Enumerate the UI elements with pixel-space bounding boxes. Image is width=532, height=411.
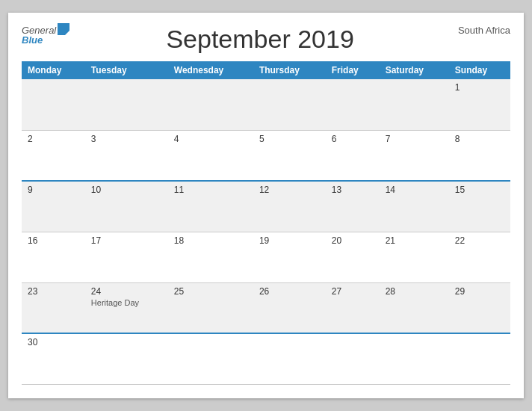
- calendar-cell: [449, 333, 510, 384]
- day-number: 4: [174, 134, 247, 144]
- week-row-5: 30: [22, 333, 510, 384]
- day-number: 25: [174, 286, 247, 297]
- day-number: 11: [174, 185, 247, 195]
- calendar-cell: [22, 79, 85, 130]
- day-number: 13: [332, 185, 374, 195]
- calendar: General Blue September 2019 South Africa…: [8, 13, 524, 398]
- day-number: 16: [28, 235, 79, 246]
- calendar-cell: [253, 79, 326, 130]
- week-row-4: 2324Heritage Day2526272829: [22, 282, 510, 333]
- country-label: South Africa: [451, 25, 510, 36]
- day-number: 10: [91, 185, 162, 195]
- header-friday: Friday: [326, 61, 380, 79]
- week-row-0: 1: [22, 79, 510, 130]
- calendar-cell: 25: [168, 282, 253, 333]
- day-number: 5: [259, 134, 320, 144]
- calendar-cell: [380, 79, 449, 130]
- week-row-1: 2345678: [22, 130, 510, 181]
- calendar-cell: 24Heritage Day: [85, 282, 168, 333]
- week-row-2: 9101112131415: [22, 181, 510, 232]
- day-number: 17: [91, 235, 162, 246]
- calendar-cell: 28: [380, 282, 449, 333]
- calendar-cell: [326, 79, 380, 130]
- calendar-cell: 13: [326, 181, 380, 232]
- calendar-cell: [85, 333, 168, 384]
- calendar-cell: 27: [326, 282, 380, 333]
- calendar-title: September 2019: [69, 25, 451, 54]
- header-wednesday: Wednesday: [168, 61, 253, 79]
- header-monday: Monday: [22, 61, 85, 79]
- calendar-cell: [326, 333, 380, 384]
- day-number: 18: [174, 235, 247, 246]
- logo-blue-text: Blue: [22, 35, 69, 45]
- day-number: 27: [332, 286, 374, 297]
- calendar-cell: 5: [253, 130, 326, 181]
- calendar-cell: [380, 333, 449, 384]
- calendar-table: Monday Tuesday Wednesday Thursday Friday…: [22, 61, 510, 385]
- calendar-cell: 11: [168, 181, 253, 232]
- holiday-label: Heritage Day: [91, 298, 162, 307]
- calendar-cell: 19: [253, 232, 326, 282]
- calendar-cell: [168, 333, 253, 384]
- day-number: 29: [455, 286, 504, 297]
- calendar-cell: 23: [22, 282, 85, 333]
- logo-general-text: General: [22, 25, 56, 35]
- day-number: 22: [455, 235, 504, 246]
- day-number: 15: [455, 185, 504, 195]
- day-number: 19: [259, 235, 320, 246]
- day-number: 24: [91, 286, 162, 297]
- day-number: 9: [28, 185, 79, 195]
- header-thursday: Thursday: [253, 61, 326, 79]
- svg-marker-0: [58, 23, 69, 35]
- calendar-cell: 21: [380, 232, 449, 282]
- header-sunday: Sunday: [449, 61, 510, 79]
- calendar-cell: 7: [380, 130, 449, 181]
- day-number: 14: [386, 185, 443, 195]
- day-number: 28: [386, 286, 443, 297]
- calendar-cell: 10: [85, 181, 168, 232]
- day-number: 3: [91, 134, 162, 144]
- week-row-3: 16171819202122: [22, 232, 510, 282]
- day-number: 21: [386, 235, 443, 246]
- calendar-cell: 15: [449, 181, 510, 232]
- day-number: 26: [259, 286, 320, 297]
- day-number: 30: [28, 337, 79, 347]
- logo: General Blue: [22, 25, 69, 45]
- calendar-cell: 20: [326, 232, 380, 282]
- calendar-cell: 17: [85, 232, 168, 282]
- day-number: 12: [259, 185, 320, 195]
- day-number: 7: [386, 134, 443, 144]
- day-number: 23: [28, 286, 79, 297]
- calendar-cell: 9: [22, 181, 85, 232]
- calendar-cell: 18: [168, 232, 253, 282]
- calendar-cell: [85, 79, 168, 130]
- header-tuesday: Tuesday: [85, 61, 168, 79]
- calendar-cell: 1: [449, 79, 510, 130]
- calendar-cell: 12: [253, 181, 326, 232]
- calendar-cell: 14: [380, 181, 449, 232]
- header-saturday: Saturday: [380, 61, 449, 79]
- calendar-cell: 6: [326, 130, 380, 181]
- calendar-cell: 30: [22, 333, 85, 384]
- calendar-header: General Blue September 2019 South Africa: [22, 25, 510, 54]
- calendar-cell: 2: [22, 130, 85, 181]
- calendar-cell: 29: [449, 282, 510, 333]
- calendar-cell: 26: [253, 282, 326, 333]
- calendar-cell: [253, 333, 326, 384]
- logo-flag-icon: [58, 23, 69, 35]
- day-number: 1: [455, 82, 504, 93]
- day-number: 2: [28, 134, 79, 144]
- calendar-cell: 16: [22, 232, 85, 282]
- calendar-cell: 22: [449, 232, 510, 282]
- day-headers-row: Monday Tuesday Wednesday Thursday Friday…: [22, 61, 510, 79]
- calendar-cell: 8: [449, 130, 510, 181]
- calendar-cell: [168, 79, 253, 130]
- day-number: 20: [332, 235, 374, 246]
- calendar-cell: 4: [168, 130, 253, 181]
- calendar-cell: 3: [85, 130, 168, 181]
- day-number: 8: [455, 134, 504, 144]
- day-number: 6: [332, 134, 374, 144]
